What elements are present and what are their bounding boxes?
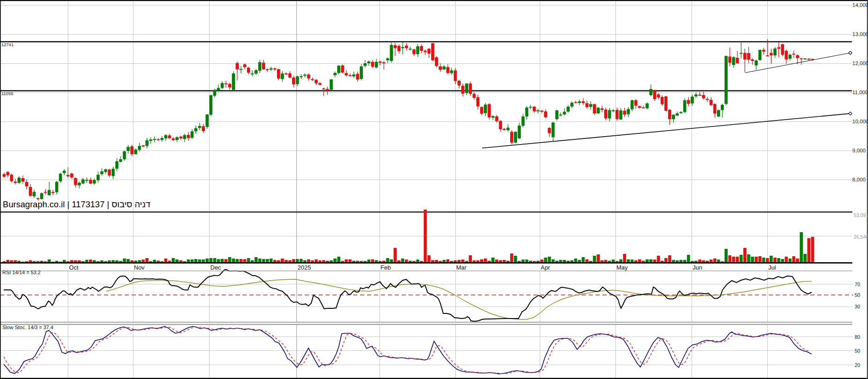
svg-text:11,000: 11,000 — [852, 90, 868, 95]
svg-text:9,000: 9,000 — [852, 148, 866, 153]
svg-text:12741: 12741 — [1, 42, 13, 47]
svg-text:12,000: 12,000 — [852, 60, 868, 66]
svg-text:May: May — [616, 264, 628, 271]
svg-text:Oct: Oct — [69, 264, 79, 271]
svg-text:Nov: Nov — [134, 264, 145, 271]
svg-text:80: 80 — [855, 334, 860, 340]
svg-text:RSI 14/14 = 53.2: RSI 14/14 = 53.2 — [2, 270, 41, 275]
svg-text:Mar: Mar — [456, 264, 467, 271]
svg-text:Apr: Apr — [541, 264, 550, 271]
svg-text:26,546: 26,546 — [854, 234, 868, 240]
svg-text:Jun: Jun — [693, 264, 702, 271]
svg-text:Jul: Jul — [768, 264, 776, 271]
svg-text:70: 70 — [855, 282, 860, 287]
svg-text:8,000: 8,000 — [852, 177, 866, 182]
svg-text:53,091: 53,091 — [854, 212, 868, 218]
svg-text:50: 50 — [855, 292, 860, 298]
svg-text:2025: 2025 — [298, 264, 311, 271]
svg-text:20: 20 — [855, 362, 860, 368]
svg-text:11055: 11055 — [1, 91, 13, 96]
svg-text:Bursagraph.co.il | 1173137 | ד: Bursagraph.co.il | 1173137 | דניה סיבוס — [3, 199, 150, 209]
svg-text:Dec: Dec — [211, 264, 222, 271]
svg-text:30: 30 — [855, 304, 860, 309]
svg-text:Slow Stoc. 14/3 = 37.4: Slow Stoc. 14/3 = 37.4 — [2, 325, 53, 330]
svg-text:10,000: 10,000 — [852, 119, 868, 124]
svg-text:Feb: Feb — [380, 264, 391, 271]
svg-text:14,000: 14,000 — [852, 2, 868, 8]
svg-text:13,000: 13,000 — [852, 31, 868, 37]
svg-text:50: 50 — [855, 348, 860, 354]
